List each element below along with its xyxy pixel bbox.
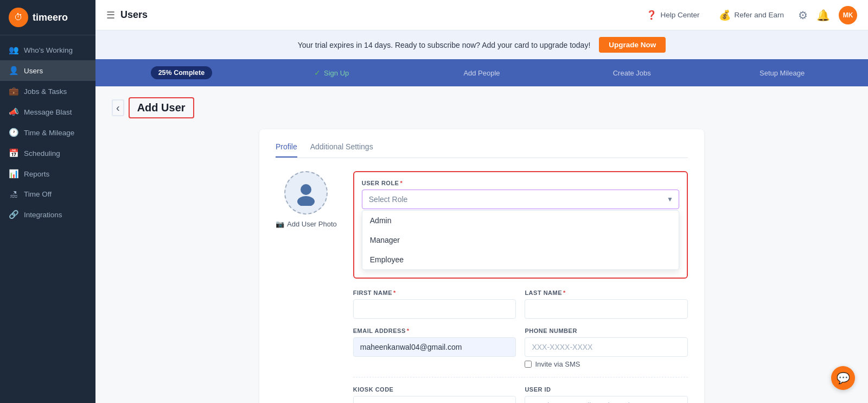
role-dropdown: Admin Manager Employee xyxy=(362,210,679,270)
sidebar-item-users[interactable]: 👤Users xyxy=(0,60,95,81)
integrations-icon: 🔗 xyxy=(9,210,18,219)
back-arrow-button[interactable]: ‹ xyxy=(112,99,124,116)
email-group: EMAIL ADDRESS* xyxy=(353,328,516,368)
svg-point-0 xyxy=(301,184,311,195)
progress-pill: 25% Complete xyxy=(151,66,212,79)
topbar: ☰ Users ❓ Help Center 💰 Refer and Earn ⚙… xyxy=(95,0,868,30)
logo-text: timeero xyxy=(33,12,68,23)
role-option-manager[interactable]: Manager xyxy=(362,230,679,250)
step-add-people[interactable]: Add People xyxy=(407,69,557,77)
role-select[interactable]: Select Role ▼ xyxy=(362,190,679,209)
settings-icon[interactable]: ⚙ xyxy=(798,9,808,22)
svg-point-1 xyxy=(297,196,315,206)
upgrade-now-button[interactable]: Upgrade Now xyxy=(599,37,666,53)
role-option-admin[interactable]: Admin xyxy=(362,211,679,230)
first-name-group: FIRST NAME* xyxy=(353,289,516,319)
step-sign-up: ✓ Sign Up xyxy=(257,68,407,77)
sidebar-item-integrations[interactable]: 🔗Integrations xyxy=(0,204,95,225)
help-icon: ❓ xyxy=(646,10,657,20)
sidebar-item-whos-working[interactable]: 👥Who's Working xyxy=(0,40,95,60)
role-option-employee[interactable]: Employee xyxy=(362,250,679,269)
first-name-input[interactable] xyxy=(353,299,516,319)
phone-input[interactable] xyxy=(525,337,688,357)
user-role-box: USER ROLE* Select Role ▼ Admin Manager E… xyxy=(353,171,688,279)
sidebar-item-label: Who's Working xyxy=(24,46,73,54)
check-icon: ✓ xyxy=(314,68,321,77)
step-add-people-label: Add People xyxy=(463,69,500,77)
topbar-right: ❓ Help Center 💰 Refer and Earn ⚙ 🔔 MK xyxy=(641,6,857,24)
email-input[interactable] xyxy=(353,337,516,357)
time-off-icon: 🏖 xyxy=(9,190,18,199)
trial-banner: Your trial expires in 14 days. Ready to … xyxy=(95,30,868,59)
refer-label: Refer and Earn xyxy=(734,11,784,19)
avatar-section: 📷 Add User Photo xyxy=(276,171,337,403)
reports-icon: 📊 xyxy=(9,169,18,179)
time-mileage-icon: 🕐 xyxy=(9,128,18,137)
notifications-icon[interactable]: 🔔 xyxy=(816,9,830,22)
user-id-group: USER ID xyxy=(525,386,688,403)
sidebar-item-reports[interactable]: 📊Reports xyxy=(0,163,95,184)
tab-additional-settings[interactable]: Additional Settings xyxy=(310,142,373,158)
camera-icon: 📷 xyxy=(276,220,284,228)
avatar-placeholder xyxy=(284,171,328,215)
last-name-group: LAST NAME* xyxy=(525,289,688,319)
step-create-jobs-label: Create Jobs xyxy=(613,69,651,77)
user-id-input[interactable] xyxy=(525,396,688,403)
sidebar-item-label: Users xyxy=(24,67,43,75)
kiosk-code-input[interactable] xyxy=(353,396,516,403)
invite-sms-checkbox[interactable] xyxy=(525,361,532,368)
user-id-label: USER ID xyxy=(525,386,688,393)
help-center-button[interactable]: ❓ Help Center xyxy=(641,7,705,23)
kiosk-code-group: KIOSK CODE xyxy=(353,386,516,403)
trial-message: Your trial expires in 14 days. Ready to … xyxy=(298,41,591,49)
progress-bar: 25% Complete ✓ Sign Up Add People Create… xyxy=(95,59,868,86)
sidebar-item-label: Reports xyxy=(24,170,49,178)
main-content: ☰ Users ❓ Help Center 💰 Refer and Earn ⚙… xyxy=(95,0,868,403)
last-name-input[interactable] xyxy=(525,299,688,319)
first-name-label: FIRST NAME* xyxy=(353,289,516,296)
phone-group: PHONE NUMBER Invite via SMS xyxy=(525,328,688,368)
message-blast-icon: 📣 xyxy=(9,107,18,117)
refer-icon: 💰 xyxy=(719,9,731,21)
sidebar-item-label: Time & Mileage xyxy=(24,129,74,137)
kiosk-row: KIOSK CODE USER ID xyxy=(353,386,688,403)
step-create-jobs[interactable]: Create Jobs xyxy=(557,69,707,77)
tab-profile[interactable]: Profile xyxy=(276,142,297,158)
contact-row: EMAIL ADDRESS* PHONE NUMBER Invite via S… xyxy=(353,328,688,368)
sidebar-item-label: Message Blast xyxy=(24,108,72,116)
step-setup-mileage-label: Setup Mileage xyxy=(760,69,805,77)
scheduling-icon: 📅 xyxy=(9,148,18,158)
name-row: FIRST NAME* LAST NAME* xyxy=(353,289,688,319)
user-role-label: USER ROLE* xyxy=(362,180,679,186)
content-area: ‹ Add User Profile Additional Settings xyxy=(95,86,868,403)
add-user-title: Add User xyxy=(129,97,194,118)
users-icon: 👤 xyxy=(9,66,18,75)
add-photo-button[interactable]: 📷 Add User Photo xyxy=(276,220,337,228)
sidebar: ⏱ timeero 👥Who's Working👤Users💼Jobs & Ta… xyxy=(0,0,95,403)
sidebar-item-message-blast[interactable]: 📣Message Blast xyxy=(0,102,95,122)
sidebar-item-jobs-tasks[interactable]: 💼Jobs & Tasks xyxy=(0,81,95,102)
sidebar-item-label: Scheduling xyxy=(24,149,60,158)
user-avatar[interactable]: MK xyxy=(839,6,857,24)
sidebar-item-label: Time Off xyxy=(24,190,52,198)
form-tabs: Profile Additional Settings xyxy=(276,142,688,158)
chat-fab-button[interactable]: 💬 xyxy=(831,366,855,390)
step-setup-mileage[interactable]: Setup Mileage xyxy=(707,69,857,77)
refer-earn-button[interactable]: 💰 Refer and Earn xyxy=(713,6,789,24)
menu-icon[interactable]: ☰ xyxy=(106,9,115,21)
jobs-tasks-icon: 💼 xyxy=(9,86,18,96)
divider xyxy=(353,377,688,377)
sidebar-item-time-off[interactable]: 🏖Time Off xyxy=(0,184,95,204)
sidebar-item-time-mileage[interactable]: 🕐Time & Mileage xyxy=(0,122,95,143)
chat-icon: 💬 xyxy=(837,371,850,385)
kiosk-code-label: KIOSK CODE xyxy=(353,386,516,393)
sidebar-item-scheduling[interactable]: 📅Scheduling xyxy=(0,143,95,163)
add-user-header: ‹ Add User xyxy=(112,97,852,118)
help-center-label: Help Center xyxy=(660,11,699,19)
sidebar-logo: ⏱ timeero xyxy=(0,0,95,35)
step-sign-up-label: Sign Up xyxy=(324,69,349,77)
form-body: 📷 Add User Photo USER ROLE* Select Role xyxy=(276,171,688,403)
sidebar-item-label: Jobs & Tasks xyxy=(24,87,67,96)
whos-working-icon: 👥 xyxy=(9,45,18,55)
topbar-left: ☰ Users xyxy=(106,9,148,21)
